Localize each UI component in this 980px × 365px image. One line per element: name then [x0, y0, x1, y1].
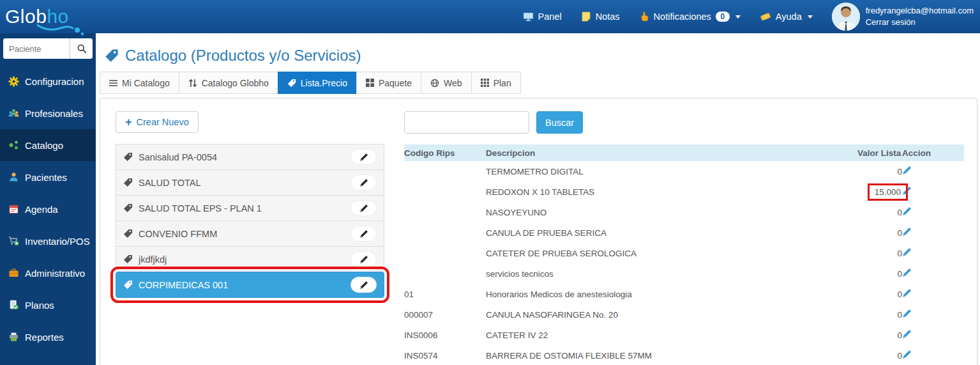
avatar[interactable]	[832, 3, 860, 31]
nav-panel-label: Panel	[538, 12, 562, 22]
document-check-icon	[8, 300, 19, 310]
cart-icon	[8, 236, 19, 246]
user-menu[interactable]: fredyrangelcba@hotmail.com Cerrar sesión	[832, 3, 974, 31]
monitor-icon	[523, 12, 534, 22]
edit-product-button[interactable]	[902, 247, 912, 257]
pricelist-item-label: SALUD TOTAL EPS - PLAN 1	[139, 203, 262, 214]
edit-product-button[interactable]	[902, 166, 912, 175]
nav-notas[interactable]: Notas	[581, 12, 620, 22]
edit-pricelist-button[interactable]	[351, 251, 377, 267]
value-text: 0	[897, 330, 902, 340]
printer-icon	[8, 332, 19, 342]
sidebar-item-inventario-pos[interactable]: Inventario/POS	[0, 225, 96, 257]
notifications-icon	[639, 12, 649, 22]
create-new-button[interactable]: + Crear Nuevo	[116, 111, 199, 133]
edit-product-button[interactable]	[902, 227, 912, 237]
col-valor-lista: Valor Lista	[857, 144, 902, 161]
ticket-icon	[760, 12, 771, 22]
edit-pricelist-button[interactable]	[351, 175, 377, 190]
search-icon	[77, 43, 87, 54]
patient-search-button[interactable]	[70, 38, 93, 59]
edit-product-button[interactable]	[902, 288, 912, 298]
pricelist-item[interactable]: SALUD TOTAL EPS - PLAN 1	[116, 195, 384, 221]
pricelist-item[interactable]: CONVENIO FFMM	[116, 221, 384, 247]
edit-pricelist-button[interactable]	[351, 149, 377, 165]
tab-mi-catalogo[interactable]: Mi Catalogo	[100, 72, 179, 94]
product-description: BARRERA DE OSTOMIA FLEXIBLE 57MM	[486, 345, 857, 365]
edit-product-button[interactable]	[902, 329, 912, 339]
nav-ayuda[interactable]: Ayuda	[760, 12, 813, 22]
nav-notificaciones[interactable]: Notificaciones 0	[639, 12, 741, 22]
pencil-icon	[902, 309, 912, 318]
product-row: servicios tecnicos 0	[404, 263, 964, 284]
col-codigo-rips: Codigo Rips	[404, 144, 486, 161]
product-value: 0	[857, 304, 902, 325]
product-description: CATETER IV 22	[486, 325, 857, 345]
pencil-icon	[902, 268, 912, 277]
value-text: 0	[897, 208, 902, 217]
sidebar-item-configuracion[interactable]: Configuracion	[0, 65, 96, 97]
sidebar-item-planos[interactable]: Planos	[0, 289, 96, 321]
product-search-row: Buscar	[404, 111, 964, 134]
nav-notas-label: Notas	[596, 12, 620, 22]
buscar-button[interactable]: Buscar	[536, 111, 583, 134]
sidebar-item-administrativo[interactable]: Administrativo	[0, 257, 96, 289]
edit-product-button[interactable]	[902, 268, 912, 277]
sidebar-item-catalogo[interactable]: Catalogo	[0, 129, 96, 161]
sidebar-item-pacientes[interactable]: Pacientes	[0, 161, 96, 193]
pencil-icon	[359, 204, 368, 213]
logout-link[interactable]: Cerrar sesión	[866, 17, 974, 28]
tag-icon	[105, 49, 119, 63]
edit-product-button[interactable]	[902, 309, 912, 318]
edit-product-button[interactable]	[902, 206, 912, 216]
main-content: Catalogo (Productos y/o Servicios) Mi Ca…	[96, 33, 980, 365]
tab-plan[interactable]: Plan	[471, 72, 521, 94]
pricelist-item[interactable]: jkdfjkdj	[116, 246, 384, 272]
people-group-icon	[8, 108, 19, 118]
pencil-icon	[359, 281, 368, 290]
product-row: 01 Honorarios Medicos de anestesiologia …	[404, 284, 964, 304]
edit-pricelist-button[interactable]	[351, 226, 377, 242]
pricelist-item[interactable]: SALUD TOTAL	[116, 169, 384, 196]
app-logo[interactable]: Globho	[0, 6, 102, 27]
product-row: 000007 CANULA NASOFARINGEA No. 20 0	[404, 304, 964, 325]
product-search-input[interactable]	[404, 111, 529, 134]
blocks-icon	[366, 79, 374, 87]
product-value: 0	[857, 243, 902, 263]
sidebar-item-label: Pacientes	[25, 172, 67, 183]
product-row: NASOYEYUNO 0	[404, 202, 964, 222]
value-text: 0	[897, 290, 902, 299]
edit-pricelist-button[interactable]	[351, 277, 377, 293]
patient-search-input[interactable]	[3, 38, 70, 59]
tab-web[interactable]: Web	[421, 72, 472, 94]
sidebar-item-profesionales[interactable]: Profesionales	[0, 97, 96, 129]
tab-paquete[interactable]: Paquete	[356, 72, 421, 94]
pricelist-item[interactable]: Sanisalud PA-0054	[116, 144, 384, 170]
sidebar-item-label: Reportes	[25, 332, 64, 343]
edit-product-button[interactable]	[902, 350, 912, 359]
value-text: 0	[897, 167, 902, 176]
sidebar-item-label: Planos	[25, 300, 54, 311]
tab-lista-precio[interactable]: Lista.Precio	[278, 72, 357, 94]
value-text: 0	[897, 351, 902, 361]
nav-ayuda-label: Ayuda	[776, 12, 802, 22]
product-description: Honorarios Medicos de anestesiologia	[486, 284, 857, 304]
sidebar-item-reportes[interactable]: Reportes	[0, 321, 96, 353]
nav-panel[interactable]: Panel	[523, 12, 562, 22]
sidebar-item-label: Profesionales	[25, 108, 83, 119]
user-email[interactable]: fredyrangelcba@hotmail.com	[866, 5, 974, 17]
edit-pricelist-button[interactable]	[351, 200, 377, 216]
top-navbar: Globho Panel Notas Not	[0, 0, 980, 33]
pricelist-item-label: CONVENIO FFMM	[139, 229, 217, 239]
pencil-icon	[902, 247, 912, 257]
pricelist-item-label: SALUD TOTAL	[139, 178, 201, 188]
sidebar-item-agenda[interactable]: Agenda	[0, 193, 96, 225]
calendar-icon	[8, 204, 19, 214]
product-value: 0	[857, 284, 902, 304]
product-value: 0	[857, 345, 902, 365]
catalog-panel: + Crear Nuevo Sanisalud PA-0054	[100, 98, 977, 365]
tab-catalogo-globho[interactable]: Catalogo Globho	[179, 72, 278, 94]
value-text: 0	[897, 228, 902, 238]
pricelist-item[interactable]: CORPIMEDICAS 001	[116, 272, 384, 298]
sidebar-item-label: Agenda	[25, 204, 58, 215]
